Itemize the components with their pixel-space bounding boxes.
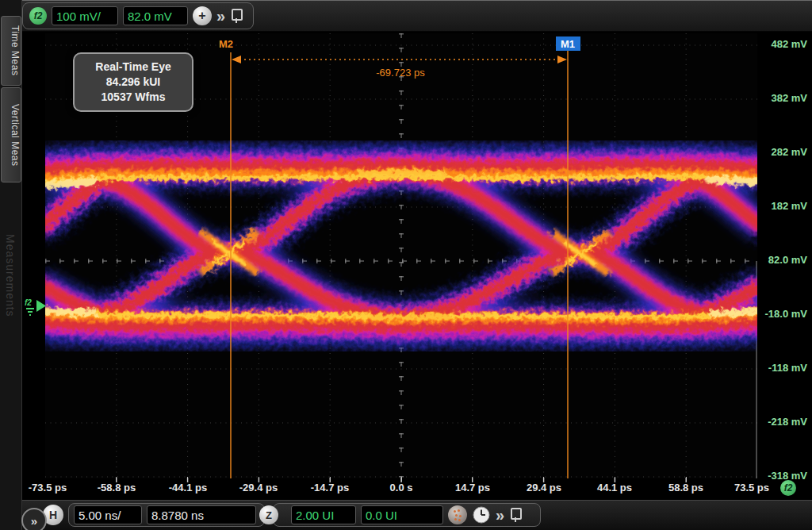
x-tick [330, 477, 331, 482]
horizontal-control-group: 5.00 ns/ 8.8780 ns [68, 503, 265, 527]
unit-interval-control-group: 2.00 UI 0.0 UI » [273, 503, 541, 527]
x-axis-label: -29.4 ps [239, 482, 278, 494]
x-axis-label: 29.4 ps [527, 482, 561, 494]
x-axis-label-row: -73.5 ps -58.8 ps -44.1 ps -29.4 ps -14.… [0, 482, 812, 497]
add-button[interactable]: + [193, 6, 212, 25]
pin-icon[interactable] [509, 507, 522, 523]
x-tick [259, 477, 259, 482]
x-axis-label: 73.5 ps [734, 482, 769, 494]
x-axis-label: 44.1 ps [597, 482, 632, 494]
y-axis-label: 282 mV [771, 146, 807, 160]
x-axis-label: -73.5 ps [29, 482, 67, 494]
x-axis-label: 14.7 ps [455, 482, 490, 494]
x-axis-label: -44.1 ps [169, 482, 207, 494]
x-axis-label: -14.7 ps [311, 482, 349, 494]
channel-f2-control-group: f2 100 mV/ 82.0 mV + » [22, 2, 254, 29]
clock-icon[interactable] [472, 505, 491, 524]
more-chevron-icon[interactable]: » [216, 8, 225, 24]
trigger-marker[interactable]: f2 [24, 295, 48, 317]
timebase-scale-field[interactable]: 5.00 ns/ [74, 505, 142, 524]
y-axis-label: -118 mV [768, 362, 807, 376]
x-tick [187, 477, 188, 482]
y-axis-label: -218 mV [768, 416, 807, 430]
x-tick [472, 477, 473, 482]
corner-channel-f2-badge[interactable]: f2 [780, 480, 796, 496]
info-wfms-count: 10537 Wfms [78, 90, 189, 105]
expand-panel-button[interactable]: » [21, 508, 47, 530]
y-axis-label: 382 mV [771, 92, 807, 106]
trigger-arrow-icon [36, 300, 46, 312]
ui-offset-field[interactable]: 0.0 UI [361, 505, 443, 524]
y-axis-label: 482 mV [771, 38, 807, 52]
x-tick [686, 477, 687, 482]
tab-vertical-meas[interactable]: Vertical Meas [1, 87, 21, 182]
info-ui-count: 84.296 kUI [78, 75, 189, 90]
channel-f2-badge[interactable]: f2 [29, 7, 47, 25]
measurements-watermark: Measurements [4, 234, 17, 317]
marker-m1-label[interactable]: M1 [561, 38, 575, 50]
more-chevron-icon[interactable]: » [496, 507, 504, 523]
ui-scale-field[interactable]: 2.00 UI [291, 505, 356, 524]
info-title: Real-Time Eye [78, 60, 189, 75]
horizontal-position-field[interactable]: 8.8780 ns [147, 505, 256, 524]
trigger-badge-label: f2 [25, 298, 32, 307]
pin-icon[interactable] [230, 8, 243, 24]
tab-time-meas[interactable]: Time Meas [1, 16, 21, 86]
y-axis-label: 82.0 mV [768, 254, 807, 268]
acquisition-info-box: Real-Time Eye 84.296 kUI 10537 Wfms [73, 52, 193, 112]
sphere-icon[interactable] [448, 505, 467, 524]
x-tick [116, 477, 117, 482]
y-axis-label: -18.0 mV [765, 308, 807, 322]
marker-m2-label[interactable]: M2 [219, 38, 233, 50]
vertical-scale-field[interactable]: 100 mV/ [52, 6, 118, 25]
oscilloscope-screen: f2 100 mV/ 82.0 mV + » Time Meas Vertica… [0, 0, 812, 530]
x-axis-label: -58.8 ps [98, 482, 136, 494]
x-axis-label: 58.8 ps [668, 482, 703, 494]
y-axis-label-column: 482 mV 382 mV 282 mV 182 mV 82.0 mV -18.… [757, 32, 812, 496]
zoom-badge[interactable]: Z [259, 505, 278, 524]
y-axis-label: 182 mV [771, 200, 807, 214]
x-tick [615, 477, 615, 482]
marker-delta-label: -69.723 ps [376, 67, 425, 79]
x-axis-label: 0.0 s [390, 482, 413, 494]
left-sidebar: Time Meas Vertical Meas Measurements [0, 0, 22, 530]
x-tick [543, 477, 544, 482]
x-tick [401, 477, 402, 482]
vertical-offset-field[interactable]: 82.0 mV [123, 6, 188, 25]
